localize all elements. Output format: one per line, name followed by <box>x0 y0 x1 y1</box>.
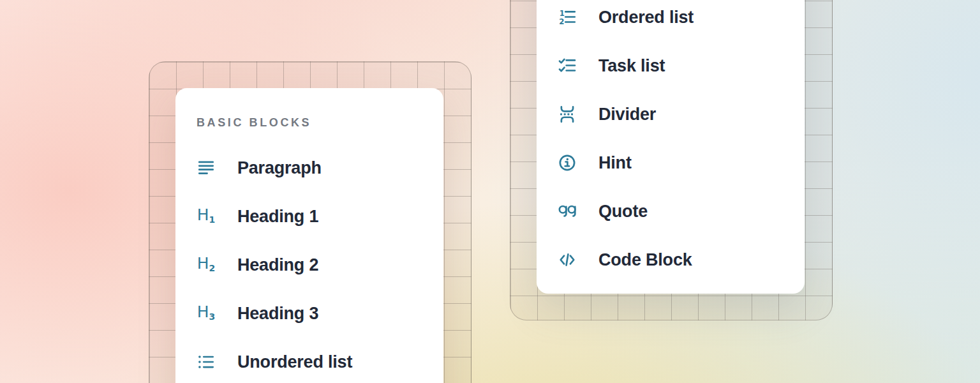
menu-item-heading-3[interactable]: H3 Heading 3 <box>197 301 428 326</box>
menu-item-label: Divider <box>598 105 656 124</box>
hint-icon <box>558 153 577 172</box>
menu-item-divider[interactable]: Divider <box>558 101 789 127</box>
menu-item-unordered-list[interactable]: Unordered list <box>197 349 428 375</box>
paragraph-icon <box>197 158 216 177</box>
menu-item-label: Unordered list <box>237 352 352 372</box>
menu-item-label: Heading 2 <box>237 255 318 275</box>
heading-2-icon: H2 <box>197 255 216 274</box>
menu-item-label: Ordered list <box>598 8 694 27</box>
menu-item-label: Task list <box>598 56 665 76</box>
task-list-icon <box>558 56 577 75</box>
menu-item-label: Heading 3 <box>237 304 318 324</box>
menu-item-label: Quote <box>598 202 648 222</box>
menu-item-code-block[interactable]: Code Block <box>558 247 789 273</box>
heading-glyph: H <box>197 304 209 320</box>
menu-item-quote[interactable]: Quote <box>558 199 789 224</box>
menu-item-heading-2[interactable]: H2 Heading 2 <box>197 252 428 278</box>
menu-item-heading-1[interactable]: H1 Heading 1 <box>197 204 428 229</box>
heading-sub: 3 <box>209 312 216 321</box>
quote-icon <box>558 202 577 221</box>
basic-blocks-menu: BASIC BLOCKS Paragraph H1 Heading 1 H2 H… <box>175 88 443 383</box>
ordered-list-icon: 1 2 <box>558 8 577 27</box>
menu-item-label: Heading 1 <box>237 207 318 227</box>
menu-item-label: Hint <box>598 153 632 173</box>
menu-item-label: Paragraph <box>237 158 322 178</box>
heading-1-icon: H1 <box>197 207 216 226</box>
svg-text:2: 2 <box>559 17 564 26</box>
editor-blocks-hero: BASIC BLOCKS Paragraph H1 Heading 1 H2 H… <box>0 0 980 383</box>
heading-sub: 2 <box>209 264 216 273</box>
menu-item-task-list[interactable]: Task list <box>558 53 789 79</box>
menu-section-header: BASIC BLOCKS <box>197 116 311 130</box>
heading-glyph: H <box>197 207 209 223</box>
menu-item-paragraph[interactable]: Paragraph <box>197 155 428 181</box>
unordered-list-icon <box>197 352 216 372</box>
heading-glyph: H <box>197 255 209 271</box>
menu-item-hint[interactable]: Hint <box>558 150 789 176</box>
blocks-menu-continued: 1 2 Ordered list Task list <box>537 0 805 294</box>
menu-item-ordered-list[interactable]: 1 2 Ordered list <box>558 4 789 30</box>
menu-item-label: Code Block <box>598 250 692 270</box>
heading-3-icon: H3 <box>197 304 216 323</box>
svg-text:1: 1 <box>560 9 565 18</box>
divider-icon <box>558 105 577 124</box>
heading-sub: 1 <box>209 215 216 224</box>
code-block-icon <box>558 250 577 269</box>
